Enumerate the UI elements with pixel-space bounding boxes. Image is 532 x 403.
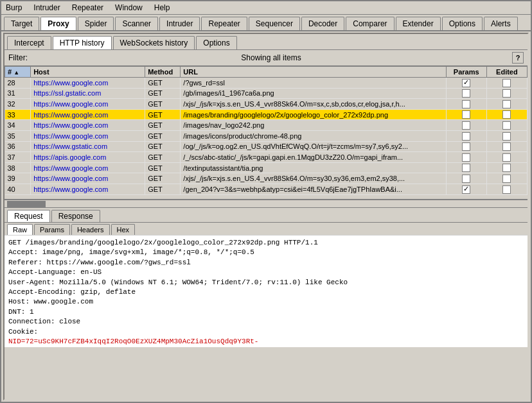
- tab-comparer[interactable]: Comparer: [346, 17, 394, 30]
- filter-label: Filter:: [8, 53, 28, 62]
- cell-params: [446, 109, 486, 120]
- table-row[interactable]: 35https://www.google.comGET/images/icons…: [5, 130, 528, 141]
- cell-params: [446, 130, 486, 141]
- tab-scanner[interactable]: Scanner: [115, 17, 158, 30]
- cell-edited: [486, 109, 527, 120]
- sub-tab-raw[interactable]: Raw: [7, 224, 33, 235]
- menu-burp[interactable]: Burp: [4, 3, 24, 13]
- tab-sequencer[interactable]: Sequencer: [249, 17, 300, 30]
- tab-websockets-history[interactable]: WebSockets history: [113, 36, 195, 49]
- cell-url: /gen_204?v=3&s=webhp&atyp=csi&ei=4fL5Vq6…: [181, 184, 446, 194]
- history-table-container[interactable]: # ▲ Host Method URL Params Edited 28http…: [4, 66, 528, 200]
- cell-url: /images/branding/googlelogo/2x/googlelog…: [181, 109, 446, 120]
- cell-edited: [486, 120, 527, 131]
- cell-num: 28: [5, 78, 31, 89]
- cell-method: GET: [145, 88, 181, 99]
- tab-repeater[interactable]: Repeater: [201, 17, 247, 30]
- menu-window[interactable]: Window: [113, 3, 145, 13]
- table-row[interactable]: 28https://www.google.comGET/?gws_rd=ssl: [5, 78, 528, 89]
- cell-method: GET: [145, 184, 181, 194]
- cell-params: [446, 88, 486, 99]
- cell-edited: [486, 162, 527, 173]
- cell-host: https://www.gstatic.com: [31, 141, 145, 152]
- tab-intruder[interactable]: Intruder: [159, 17, 200, 30]
- cell-url: /images/icons/product/chrome-48.png: [181, 130, 446, 141]
- top-tab-divider: [1, 30, 531, 31]
- request-line: Accept-Language: en-US: [8, 268, 524, 277]
- main-window: Burp Intruder Repeater Window Help Targe…: [0, 0, 532, 403]
- tab-http-history[interactable]: HTTP history: [53, 36, 112, 49]
- help-button[interactable]: ?: [512, 52, 524, 64]
- hscroll-thumb[interactable]: [7, 201, 46, 207]
- table-row[interactable]: 32https://www.google.comGET/xjs/_/js/k=x…: [5, 99, 528, 110]
- tab-proxy[interactable]: Proxy: [40, 17, 76, 30]
- sub-tab-hex[interactable]: Hex: [111, 224, 136, 235]
- cell-edited: [486, 173, 527, 184]
- tab-intercept[interactable]: Intercept: [7, 36, 51, 49]
- tab-response[interactable]: Response: [51, 210, 100, 222]
- cell-num: 36: [5, 141, 31, 152]
- table-row[interactable]: 34https://www.google.comGET/images/nav_l…: [5, 120, 528, 131]
- history-table: # ▲ Host Method URL Params Edited 28http…: [4, 66, 528, 195]
- table-row[interactable]: 38https://www.google.comGET/textinputass…: [5, 162, 528, 173]
- menu-bar: Burp Intruder Repeater Window Help: [1, 1, 531, 15]
- cell-url: /og/_/js/k=og.og2.en_US.qdVhtEfCWqQ.O/rt…: [181, 141, 446, 152]
- table-row[interactable]: 37https://apis.google.comGET/_/scs/abc-s…: [5, 152, 528, 163]
- tab-target[interactable]: Target: [4, 17, 39, 30]
- cell-url: /_/scs/abc-static/_/js/k=gapi.gapi.en.1M…: [181, 152, 446, 163]
- cell-params: [446, 141, 486, 152]
- col-header-edited[interactable]: Edited: [486, 67, 527, 78]
- table-row[interactable]: 40https://www.google.comGET/gen_204?v=3&…: [5, 184, 528, 194]
- tab-options[interactable]: Options: [442, 17, 483, 30]
- cell-params: [446, 99, 486, 110]
- proxy-panel: Intercept HTTP history WebSockets histor…: [3, 33, 529, 400]
- sub-tab-params[interactable]: Params: [34, 224, 70, 235]
- sub-tab-headers[interactable]: Headers: [71, 224, 110, 235]
- cell-num: 35: [5, 130, 31, 141]
- request-line: Accept-Encoding: gzip, deflate: [8, 287, 524, 297]
- tab-options-proxy[interactable]: Options: [196, 36, 236, 49]
- cell-url: /xjs/_/js/k=xjs.s.en_US.4_vvr88Sk64.O/m=…: [181, 173, 446, 184]
- second-tab-row: Intercept HTTP history WebSockets histor…: [4, 34, 528, 49]
- cell-params: [446, 184, 486, 194]
- request-line: Cookie:: [8, 327, 524, 337]
- table-row[interactable]: 33https://www.google.comGET/images/brand…: [5, 109, 528, 120]
- cell-method: GET: [145, 78, 181, 89]
- request-line: Referer: https://www.google.com/?gws_rd=…: [8, 258, 524, 268]
- request-line: DNT: 1: [8, 307, 524, 317]
- tab-alerts[interactable]: Alerts: [484, 17, 518, 30]
- cell-host: https://www.google.com: [31, 78, 145, 89]
- table-row[interactable]: 36https://www.gstatic.comGET/og/_/js/k=o…: [5, 141, 528, 152]
- col-header-params[interactable]: Params: [446, 67, 486, 78]
- cell-host: https://ssl.gstatic.com: [31, 88, 145, 99]
- request-line: Connection: close: [8, 317, 524, 327]
- col-header-method[interactable]: Method: [145, 67, 181, 78]
- cell-url: /?gws_rd=ssl: [181, 78, 446, 89]
- cell-host: https://www.google.com: [31, 130, 145, 141]
- table-row[interactable]: 39https://www.google.comGET/xjs/_/js/k=x…: [5, 173, 528, 184]
- cell-edited: [486, 99, 527, 110]
- col-header-url[interactable]: URL: [181, 67, 446, 78]
- cell-params: [446, 120, 486, 131]
- tab-request[interactable]: Request: [7, 210, 50, 222]
- col-header-host[interactable]: Host: [31, 67, 145, 78]
- cell-edited: [486, 130, 527, 141]
- cell-params: [446, 162, 486, 173]
- cell-host: https://www.google.com: [31, 162, 145, 173]
- cell-method: GET: [145, 99, 181, 110]
- cell-num: 38: [5, 162, 31, 173]
- horizontal-scrollbar[interactable]: [4, 200, 528, 207]
- cell-edited: [486, 78, 527, 89]
- tab-extender[interactable]: Extender: [396, 17, 441, 30]
- menu-intruder[interactable]: Intruder: [31, 3, 62, 13]
- menu-help[interactable]: Help: [152, 3, 172, 13]
- cell-edited: [486, 152, 527, 163]
- request-line: Host: www.google.com: [8, 297, 524, 307]
- menu-repeater[interactable]: Repeater: [70, 3, 105, 13]
- tab-spider[interactable]: Spider: [78, 17, 114, 30]
- tab-decoder[interactable]: Decoder: [301, 17, 344, 30]
- cell-edited: [486, 88, 527, 99]
- request-body: GET /images/branding/googlelogo/2x/googl…: [4, 235, 528, 347]
- col-header-num[interactable]: # ▲: [5, 67, 31, 78]
- table-row[interactable]: 31https://ssl.gstatic.comGET/gb/images/i…: [5, 88, 528, 99]
